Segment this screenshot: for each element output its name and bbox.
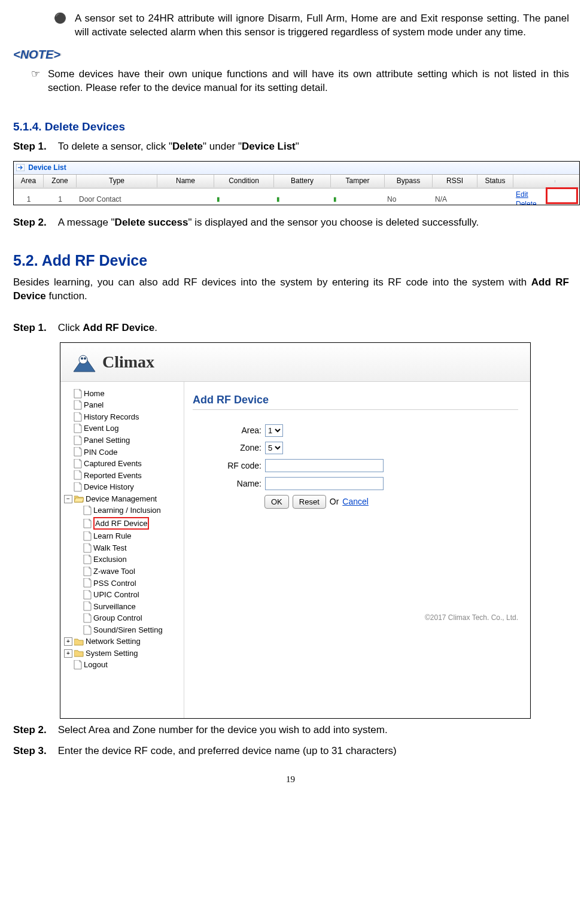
sidebar-item-network-setting[interactable]: + Network Setting [64, 636, 184, 648]
step2-b1: Delete success [115, 217, 188, 228]
sidebar-item-event-log[interactable]: Event Log [64, 423, 184, 434]
sidebar-item-label: Panel [84, 400, 104, 411]
page-icon [83, 519, 92, 528]
pointing-hand-icon: ☞ [31, 68, 40, 81]
climax-logo-icon [68, 348, 101, 376]
sidebar-item-pin-code[interactable]: PIN Code [64, 446, 184, 458]
zone-label: Zone: [193, 442, 265, 454]
page-icon [74, 424, 82, 433]
sidebar-item-pss-control[interactable]: PSS Control [64, 578, 184, 589]
sidebar-item-walk-test[interactable]: Walk Test [64, 542, 184, 554]
main-pane: Add RF Device Area: 1 Zone: 5 RF code: N… [184, 382, 530, 718]
cell-rssi: N/A [433, 193, 477, 205]
page-icon [74, 412, 82, 422]
arrow-right-icon [16, 164, 25, 171]
note-body-wrap: ☞ Some devices have their own unique fun… [48, 68, 569, 95]
sidebar-item-label: PSS Control [93, 578, 136, 589]
sidebar-item-reported-events[interactable]: Reported Events [64, 470, 184, 482]
device-list-panel: Device List Area Zone Type Name Conditio… [13, 161, 580, 205]
name-label: Name: [193, 478, 265, 490]
hdr-tamper: Tamper [331, 175, 385, 187]
s52-step3-label: Step 3. [13, 744, 55, 758]
zone-select[interactable]: 5 [265, 442, 283, 454]
sidebar-item-panel[interactable]: Panel [64, 399, 184, 411]
sidebar-item-learn-rule[interactable]: Learn Rule [64, 530, 184, 542]
page-number: 19 [12, 773, 569, 785]
sidebar-item-learning-inclusion[interactable]: Learning / Inclusion [64, 504, 184, 516]
hdr-blank [513, 180, 555, 183]
sidebar-item-label: Surveillance [93, 601, 136, 612]
s52-step1-pre: Click [58, 322, 83, 333]
sidebar-item-home[interactable]: Home [64, 388, 184, 400]
s52-step2-body: Select Area and Zone number for the devi… [58, 724, 566, 737]
cell-bypass: No [385, 193, 433, 205]
sidebar-item-label: Exclusion [93, 554, 127, 565]
edit-link[interactable]: Edit [516, 190, 528, 199]
sidebar-item-surveillance[interactable]: Surveillance [64, 601, 184, 613]
bullet-24hr-text: A sensor set to 24HR attribute will igno… [75, 13, 569, 38]
cell-zone: 1 [44, 193, 77, 205]
delete-link[interactable]: Delete [516, 200, 537, 206]
name-input[interactable] [265, 477, 384, 490]
step1-post: " [296, 141, 299, 152]
page-icon [83, 613, 92, 623]
s52-step3-body: Enter the device RF code, and preferred … [58, 744, 566, 758]
sidebar-item-group-control[interactable]: Group Control [64, 612, 184, 624]
cancel-link[interactable]: Cancel [342, 496, 369, 507]
page-icon [83, 601, 92, 611]
app-screenshot: Climax HomePanelHistory RecordsEvent Log… [60, 342, 531, 719]
sidebar-item-captured-events[interactable]: Captured Events [64, 458, 184, 470]
page-icon [83, 578, 92, 588]
hdr-cond: Condition [214, 175, 274, 187]
minus-icon[interactable]: − [64, 495, 72, 503]
sidebar-item-upic-control[interactable]: UPIC Control [64, 589, 184, 601]
page-icon [74, 482, 82, 492]
cell-status [477, 198, 513, 200]
page-icon [74, 447, 82, 457]
s52-step3: Step 3. Enter the device RF code, and pr… [13, 744, 569, 758]
hdr-bypass: Bypass [385, 175, 433, 187]
sidebar-item-system-setting[interactable]: + System Setting [64, 648, 184, 659]
s52-intro-post: function. [46, 290, 87, 302]
hdr-name: Name [157, 175, 214, 187]
sidebar-item-panel-setting[interactable]: Panel Setting [64, 434, 184, 446]
logout-label: Logout [84, 659, 108, 670]
area-select[interactable]: 1 [265, 424, 283, 437]
ok-button[interactable]: OK [264, 495, 289, 509]
s52-step2: Step 2. Select Area and Zone number for … [13, 724, 569, 737]
svg-point-3 [84, 357, 86, 360]
page-icon [83, 531, 92, 541]
sidebar-item-logout[interactable]: Logout [64, 659, 184, 671]
sidebar-item-device-history[interactable]: Device History [64, 481, 184, 493]
sidebar-item-label: Reported Events [84, 470, 142, 481]
sidebar-item-device-management[interactable]: − Device Management [64, 493, 184, 505]
reset-button[interactable]: Reset [293, 495, 326, 509]
step1-pre: To delete a sensor, click " [58, 141, 172, 152]
sidebar-item-label: Add RF Device [93, 517, 149, 530]
sidebar-item-history-records[interactable]: History Records [64, 411, 184, 423]
cell-area: 1 [14, 193, 44, 205]
svg-point-2 [81, 357, 83, 360]
svg-point-1 [79, 355, 87, 364]
page-icon [83, 625, 92, 635]
copyright-text: ©2017 Climax Tech. Co., Ltd. [425, 613, 518, 622]
plus-icon[interactable]: + [64, 649, 72, 658]
note-heading: <NOTE> [13, 47, 569, 63]
sidebar-item-label: Device History [84, 482, 134, 493]
dm-label: Device Management [86, 494, 157, 504]
sidebar-item-label: PIN Code [84, 447, 117, 458]
sidebar-item-z-wave-tool[interactable]: Z-wave Tool [64, 566, 184, 578]
sidebar-item-sound-siren-setting[interactable]: Sound/Siren Setting [64, 624, 184, 636]
sidebar-item-exclusion[interactable]: Exclusion [64, 554, 184, 566]
page-icon [83, 567, 92, 576]
cell-tamper: ▮ [331, 194, 385, 205]
hdr-area: Area [14, 175, 44, 187]
page-icon [74, 436, 82, 445]
ss-label: System Setting [86, 648, 138, 659]
rf-code-input[interactable] [265, 459, 384, 472]
sidebar-item-add-rf-device[interactable]: Add RF Device [64, 516, 184, 531]
section-52-title: 5.2. Add RF Device [13, 251, 569, 271]
plus-icon[interactable]: + [64, 637, 72, 646]
sidebar-item-label: Home [84, 388, 105, 399]
step1-b2: Device List [242, 141, 296, 152]
